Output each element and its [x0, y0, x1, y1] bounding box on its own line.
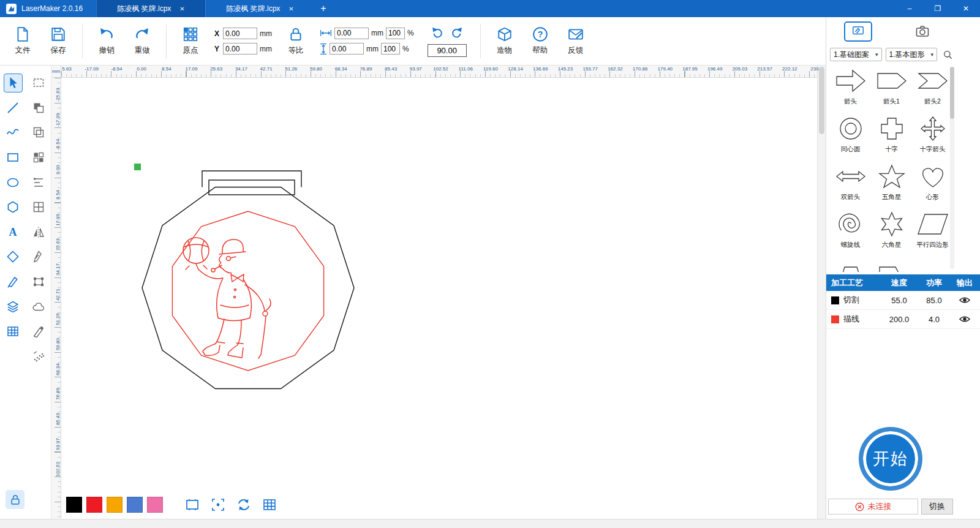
ruler-label: 17.09	[185, 66, 197, 72]
color-swatch-pink[interactable]	[147, 497, 163, 513]
text-icon: A	[6, 225, 20, 239]
canvas-vertical-scrollbar[interactable]	[817, 66, 826, 519]
process-row-cut[interactable]: 切割 55.0 85.0	[826, 291, 980, 310]
save-button[interactable]: 保存	[40, 20, 76, 62]
visibility-toggle-eye-icon[interactable]	[959, 315, 971, 323]
tool-cloud[interactable]	[29, 297, 48, 316]
tool-marquee-select[interactable]	[29, 74, 48, 92]
tool-pen[interactable]	[29, 247, 48, 266]
search-icon[interactable]	[941, 48, 954, 61]
x-input[interactable]	[223, 28, 257, 39]
tool-align[interactable]	[29, 173, 48, 192]
rotate-cw-button[interactable]	[450, 26, 464, 42]
tool-boolean[interactable]	[29, 98, 48, 117]
height-percent-input[interactable]	[381, 43, 400, 55]
feedback-button[interactable]: 反馈	[558, 20, 594, 62]
tool-group[interactable]	[29, 198, 48, 217]
undo-button[interactable]: 撤销	[89, 20, 124, 62]
tool-layers[interactable]	[4, 297, 23, 316]
shape-cross-arrows[interactable]: 十字箭头	[912, 114, 953, 162]
grid-button[interactable]	[260, 496, 279, 514]
tool-rectangle[interactable]	[4, 148, 23, 167]
maximize-button[interactable]: ❐	[924, 0, 952, 17]
shape-concentric-circles[interactable]: 同心圆	[830, 114, 871, 162]
tool-table[interactable]	[4, 322, 23, 341]
origin-button[interactable]: 原点	[173, 20, 208, 62]
shape-arrow[interactable]: 箭头	[830, 66, 871, 114]
shape-heart[interactable]: 心形	[912, 162, 953, 209]
library-scrollbar[interactable]	[950, 67, 954, 269]
selection-handle[interactable]	[134, 164, 141, 170]
color-swatch-orange[interactable]	[107, 497, 123, 513]
shape-star5[interactable]: 五角星	[871, 162, 912, 209]
medal-inner-border[interactable]	[172, 211, 323, 371]
document-tab-1[interactable]: 陈凌枫 奖牌.lcpx ✕	[96, 0, 205, 17]
layer-color-chip[interactable]	[831, 296, 839, 304]
fit-view-button[interactable]	[209, 496, 227, 514]
tab-close-icon[interactable]: ✕	[288, 6, 293, 12]
shape-cross[interactable]: 十字	[871, 114, 912, 162]
tool-marker[interactable]	[29, 322, 48, 341]
tool-array[interactable]	[29, 148, 48, 167]
category-dropdown-shape[interactable]: 1.基本图形▾	[886, 48, 938, 61]
y-input[interactable]	[223, 43, 257, 55]
work-area-button[interactable]	[183, 496, 202, 514]
create-button[interactable]: 造物	[487, 20, 522, 62]
close-button[interactable]: ✕	[952, 0, 980, 17]
canvas-lock-button[interactable]	[6, 490, 24, 509]
tool-knife[interactable]	[4, 273, 23, 292]
tool-spray[interactable]	[29, 347, 48, 366]
visibility-toggle-eye-icon[interactable]	[959, 296, 971, 304]
lock-ratio-button[interactable]: 等比	[278, 20, 314, 62]
start-button[interactable]: 开始	[859, 427, 922, 491]
tool-curve[interactable]	[4, 123, 23, 142]
shape-star6[interactable]: 六角星	[871, 209, 912, 257]
tool-ellipse[interactable]	[4, 173, 23, 192]
process-row-trace[interactable]: 描线 200.0 4.0	[826, 310, 980, 329]
medal-tab[interactable]	[202, 171, 301, 187]
height-input[interactable]	[330, 43, 364, 55]
canvas-drawing[interactable]	[61, 78, 817, 519]
color-swatch-black[interactable]	[66, 497, 82, 513]
color-swatch-blue[interactable]	[127, 497, 143, 513]
rotate-ccw-button[interactable]	[431, 26, 444, 42]
feedback-icon	[568, 26, 584, 42]
category-dropdown-pattern[interactable]: 1.基础图案▾	[830, 48, 882, 61]
tool-copy[interactable]	[29, 123, 48, 142]
tool-polygon[interactable]	[4, 198, 23, 217]
rotate-angle-input[interactable]	[428, 44, 467, 57]
shape-partial[interactable]	[830, 257, 871, 272]
shape-parallelogram[interactable]: 平行四边形	[912, 209, 953, 257]
shape-spiral[interactable]: 螺旋线	[830, 209, 871, 257]
tool-select[interactable]	[4, 74, 23, 92]
tool-mirror[interactable]	[29, 222, 48, 241]
new-tab-button[interactable]: +	[314, 3, 333, 14]
width-input[interactable]	[334, 28, 369, 39]
file-button[interactable]: 文件	[5, 20, 40, 62]
shape-double-arrow[interactable]: 双箭头	[830, 162, 871, 209]
switch-device-button[interactable]: 切换	[921, 499, 953, 515]
color-swatch-red[interactable]	[86, 497, 102, 513]
refresh-button[interactable]	[235, 496, 253, 514]
mascot-figure[interactable]	[183, 238, 271, 358]
tool-node-edit[interactable]	[29, 273, 48, 292]
shape-arrow1[interactable]: 箭头1	[871, 66, 912, 114]
tab-shape-library[interactable]	[826, 21, 891, 42]
tool-text[interactable]: A	[4, 222, 23, 241]
width-percent-input[interactable]	[386, 28, 405, 39]
shape-arrow2[interactable]: 箭头2	[912, 66, 953, 114]
tool-line[interactable]	[4, 98, 23, 117]
tool-diamond[interactable]	[4, 247, 23, 266]
redo-button[interactable]: 重做	[124, 20, 160, 62]
minimize-button[interactable]: –	[895, 0, 924, 17]
canvas[interactable]	[61, 78, 817, 519]
file-icon	[15, 26, 31, 42]
help-button[interactable]: ? 帮助	[522, 20, 558, 62]
tab-camera[interactable]	[891, 24, 955, 39]
document-tab-2[interactable]: 陈凌枫 奖牌.lcpx ✕	[205, 0, 314, 17]
shape-partial[interactable]	[871, 257, 912, 272]
tab-close-icon[interactable]: ✕	[179, 6, 184, 12]
horizontal-scrollbar[interactable]	[0, 519, 980, 528]
layer-color-chip[interactable]	[831, 315, 839, 323]
ruler-label: -17.09	[85, 66, 99, 72]
